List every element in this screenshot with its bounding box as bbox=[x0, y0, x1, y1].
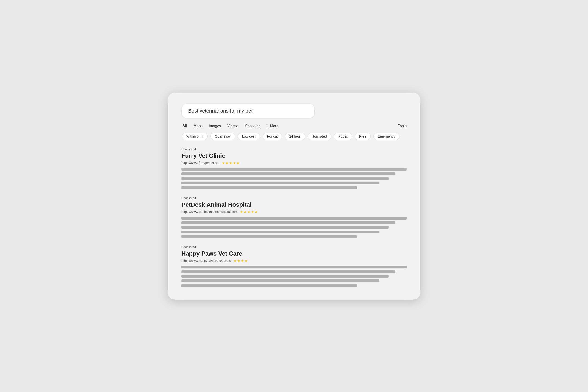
result-title-3[interactable]: Happy Paws Vet Care bbox=[182, 250, 406, 257]
result-url-row-1: https://www.furrypetvet.pet ★ ★ ★ ★ ★ bbox=[182, 161, 406, 165]
skeleton-line-3-3 bbox=[182, 275, 389, 278]
chip-within-5mi[interactable]: Within 5 mi bbox=[182, 132, 208, 140]
star-2-5: ★ bbox=[254, 210, 258, 214]
result-url-row-3: https://www.happypawsvetc4re.org ★ ★ ★ ★ bbox=[182, 258, 406, 263]
star-2-2: ★ bbox=[244, 210, 247, 214]
star-3-1: ★ bbox=[233, 258, 236, 263]
sponsored-label-1: Sponsored bbox=[182, 148, 406, 151]
skeleton-line-2-4 bbox=[182, 230, 380, 233]
results-list: Sponsored Furry Vet Clinic https://www.f… bbox=[182, 148, 406, 287]
skeleton-line-1-2 bbox=[182, 172, 395, 175]
tab-images[interactable]: Images bbox=[209, 123, 221, 129]
result-url-row-2: https://www.petdeskanimalhospital.com ★ … bbox=[182, 210, 406, 214]
star-3-2: ★ bbox=[237, 258, 240, 263]
result-1: Sponsored Furry Vet Clinic https://www.f… bbox=[182, 148, 406, 189]
tab-more[interactable]: 1 More bbox=[267, 123, 278, 129]
star-1-5: ★ bbox=[236, 161, 240, 165]
chip-top-rated[interactable]: Top rated bbox=[308, 132, 331, 140]
star-2-3: ★ bbox=[247, 210, 250, 214]
star-1-2: ★ bbox=[225, 161, 228, 165]
skeleton-line-1-1 bbox=[182, 168, 406, 170]
tab-shopping[interactable]: Shopping bbox=[245, 123, 261, 129]
star-1-1: ★ bbox=[222, 161, 225, 165]
skeleton-lines-3 bbox=[182, 266, 406, 287]
result-url-1[interactable]: https://www.furrypetvet.pet bbox=[182, 161, 219, 165]
skeleton-line-3-4 bbox=[182, 280, 380, 282]
result-title-1[interactable]: Furry Vet Clinic bbox=[182, 152, 406, 159]
result-title-2[interactable]: PetDesk Animal Hospital bbox=[182, 201, 406, 208]
tab-all[interactable]: All bbox=[182, 123, 187, 129]
filter-chips: Within 5 mi Open now Low cost For cat 24… bbox=[182, 132, 406, 140]
result-stars-1: ★ ★ ★ ★ ★ bbox=[222, 161, 240, 165]
tab-maps[interactable]: Maps bbox=[194, 123, 202, 129]
tab-tools[interactable]: Tools bbox=[398, 123, 406, 129]
sponsored-label-3: Sponsored bbox=[182, 245, 406, 249]
search-input[interactable]: Best veterinarians for my pet bbox=[182, 104, 315, 118]
skeleton-line-3-5 bbox=[182, 284, 357, 287]
result-url-3[interactable]: https://www.happypawsvetc4re.org bbox=[182, 259, 231, 262]
skeleton-line-2-2 bbox=[182, 222, 395, 224]
browser-frame: Best veterinarians for my pet All Maps I… bbox=[168, 92, 420, 300]
chip-open-now[interactable]: Open now bbox=[210, 132, 235, 140]
result-stars-3: ★ ★ ★ ★ bbox=[233, 258, 248, 263]
nav-tabs: All Maps Images Videos Shopping 1 More T… bbox=[182, 123, 406, 129]
chip-low-cost[interactable]: Low cost bbox=[238, 132, 260, 140]
skeleton-line-2-3 bbox=[182, 226, 389, 229]
star-2-1: ★ bbox=[240, 210, 243, 214]
result-stars-2: ★ ★ ★ ★ ★ bbox=[240, 210, 258, 214]
tab-videos[interactable]: Videos bbox=[228, 123, 239, 129]
skeleton-line-2-1 bbox=[182, 217, 406, 220]
result-2: Sponsored PetDesk Animal Hospital https:… bbox=[182, 196, 406, 238]
chip-24-hour[interactable]: 24 hour bbox=[285, 132, 305, 140]
chip-emergency[interactable]: Emergency bbox=[374, 132, 400, 140]
chip-for-cat[interactable]: For cat bbox=[263, 132, 282, 140]
skeleton-lines-2 bbox=[182, 217, 406, 238]
sponsored-label-2: Sponsored bbox=[182, 196, 406, 200]
chip-public[interactable]: Public bbox=[334, 132, 352, 140]
star-3-4: ★ bbox=[244, 258, 248, 263]
skeleton-line-1-4 bbox=[182, 182, 380, 184]
star-1-3: ★ bbox=[229, 161, 232, 165]
skeleton-line-1-3 bbox=[182, 177, 389, 180]
star-2-4: ★ bbox=[251, 210, 254, 214]
result-url-2[interactable]: https://www.petdeskanimalhospital.com bbox=[182, 210, 238, 214]
chip-free[interactable]: Free bbox=[355, 132, 371, 140]
skeleton-line-3-2 bbox=[182, 270, 395, 273]
skeleton-line-2-5 bbox=[182, 235, 357, 238]
result-3: Sponsored Happy Paws Vet Care https://ww… bbox=[182, 245, 406, 287]
skeleton-lines-1 bbox=[182, 168, 406, 189]
skeleton-line-1-5 bbox=[182, 186, 357, 189]
star-1-4: ★ bbox=[233, 161, 236, 165]
star-3-3: ★ bbox=[241, 258, 244, 263]
skeleton-line-3-1 bbox=[182, 266, 406, 268]
